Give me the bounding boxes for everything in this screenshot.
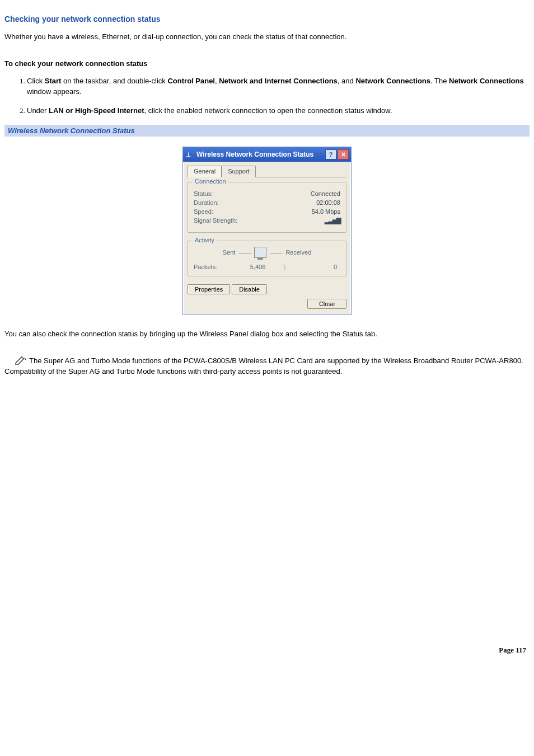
intro-text: Whether you have a wireless, Ethernet, o… <box>4 31 530 43</box>
tab-support[interactable]: Support <box>222 166 256 177</box>
signal-strength-icon: ▂▃▅▇ <box>325 217 340 224</box>
sub-heading: To check your network connection status <box>4 59 530 68</box>
status-dialog: ⟂ Wireless Network Connection Status ? ✕… <box>182 147 352 315</box>
connection-legend: Connection <box>193 178 228 185</box>
wireless-icon: ⟂ <box>186 151 194 158</box>
packets-sent: 5,406 <box>233 264 283 270</box>
step-1-text: Click <box>27 77 45 85</box>
properties-button[interactable]: Properties <box>188 284 230 294</box>
duration-label: Duration: <box>194 199 219 206</box>
step-2: Under LAN or High-Speed Internet, click … <box>27 105 530 116</box>
steps-list: Click Start on the taskbar, and double-c… <box>4 76 530 116</box>
activity-group: Activity Sent —— —— Received Packets: 5,… <box>188 241 346 276</box>
dialog-title: Wireless Network Connection Status <box>196 151 324 158</box>
received-label: Received <box>285 249 311 256</box>
step-1: Click Start on the taskbar, and double-c… <box>27 76 530 97</box>
duration-value: 02:00:08 <box>316 199 340 206</box>
page-number: Page 117 <box>4 646 530 655</box>
status-label: Status: <box>194 190 213 197</box>
note-pencil-icon <box>15 356 27 365</box>
after-dialog-text: You can also check the connection status… <box>4 328 530 340</box>
note-block: The Super AG and Turbo Mode functions of… <box>4 355 530 377</box>
connection-group: Connection Status: Connected Duration: 0… <box>188 182 346 233</box>
tab-general[interactable]: General <box>188 166 222 177</box>
step-1-start: Start <box>45 77 62 85</box>
signal-label: Signal Strength: <box>194 217 237 224</box>
status-value: Connected <box>311 190 340 197</box>
page-title: Checking your network connection status <box>4 15 530 24</box>
dialog-titlebar: ⟂ Wireless Network Connection Status ? ✕ <box>183 147 351 162</box>
computer-icon <box>254 247 266 258</box>
help-button[interactable]: ? <box>325 149 336 159</box>
packets-label: Packets: <box>194 264 233 270</box>
close-button[interactable]: ✕ <box>338 149 349 159</box>
packets-received: 0 <box>287 264 340 270</box>
sent-label: Sent <box>223 249 236 256</box>
dialog-close-button[interactable]: Close <box>307 299 346 309</box>
activity-legend: Activity <box>193 237 217 243</box>
dialog-tabs: General Support <box>188 165 346 177</box>
speed-label: Speed: <box>194 208 213 215</box>
speed-value: 54.0 Mbps <box>312 208 340 215</box>
disable-button[interactable]: Disable <box>232 284 267 294</box>
figure-caption: Wireless Network Connection Status <box>4 125 530 137</box>
note-text: The Super AG and Turbo Mode functions of… <box>4 356 523 376</box>
